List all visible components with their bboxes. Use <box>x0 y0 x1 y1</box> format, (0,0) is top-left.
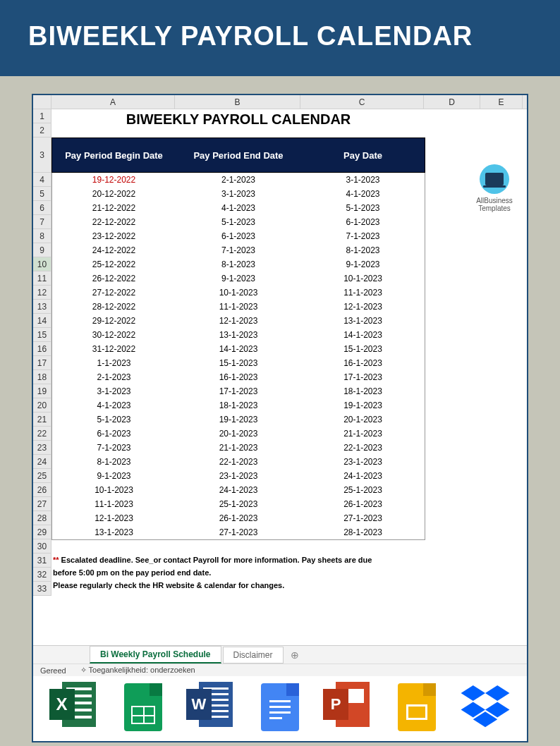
add-sheet-button[interactable]: ⊕ <box>291 649 299 661</box>
cell-end[interactable]: 24-1-2023 <box>176 483 301 497</box>
cell-pay[interactable]: 19-1-2023 <box>301 398 425 412</box>
cell-pay[interactable]: 25-1-2023 <box>301 483 425 497</box>
cell-pay[interactable]: 13-1-2023 <box>301 314 425 328</box>
cell-pay[interactable]: 3-1-2023 <box>301 173 425 187</box>
cell-pay[interactable]: 22-1-2023 <box>301 441 425 455</box>
row-header[interactable]: 9 <box>33 243 51 257</box>
table-row[interactable]: 26-12-20229-1-202310-1-2023 <box>52 271 425 286</box>
cell-end[interactable]: 25-1-2023 <box>176 497 301 511</box>
table-row[interactable]: 28-12-202211-1-202312-1-2023 <box>52 300 425 314</box>
row-header[interactable]: 2 <box>33 123 51 137</box>
google-slides-icon[interactable] <box>391 682 442 733</box>
row-header[interactable]: 12 <box>33 286 51 300</box>
row-header[interactable]: 32 <box>33 568 51 582</box>
row-header[interactable]: 15 <box>33 328 51 342</box>
row-header[interactable]: 4 <box>33 173 51 187</box>
cell-end[interactable]: 2-1-2023 <box>176 173 301 187</box>
table-row[interactable]: 2-1-202316-1-202317-1-2023 <box>52 370 425 384</box>
cell-pay[interactable]: 9-1-2023 <box>301 257 425 271</box>
row-header[interactable]: 8 <box>33 229 51 243</box>
cell-pay[interactable]: 23-1-2023 <box>301 455 425 469</box>
column-header-b[interactable]: B <box>175 95 300 109</box>
row-header[interactable]: 24 <box>33 455 51 469</box>
row-header[interactable]: 18 <box>33 370 51 384</box>
row-header[interactable]: 5 <box>33 187 51 201</box>
cell-begin[interactable]: 25-12-2022 <box>52 257 176 271</box>
cell-end[interactable]: 15-1-2023 <box>176 356 301 370</box>
row-header[interactable]: 17 <box>33 356 51 370</box>
cell-begin[interactable]: 20-12-2022 <box>52 187 176 201</box>
cell-pay[interactable]: 18-1-2023 <box>301 384 425 398</box>
cell-end[interactable]: 27-1-2023 <box>176 525 301 539</box>
row-header[interactable]: 28 <box>33 511 51 525</box>
row-header[interactable]: 1 <box>33 109 51 123</box>
tab-disclaimer[interactable]: Disclaimer <box>223 647 284 664</box>
word-icon[interactable]: W <box>186 682 237 733</box>
row-header[interactable]: 16 <box>33 342 51 356</box>
cell-begin[interactable]: 1-1-2023 <box>52 356 176 370</box>
google-sheets-icon[interactable] <box>118 682 169 733</box>
cell-begin[interactable]: 22-12-2022 <box>52 215 176 229</box>
powerpoint-icon[interactable]: P <box>323 682 374 733</box>
cell-begin[interactable]: 28-12-2022 <box>52 300 176 314</box>
row-header[interactable]: 30 <box>33 539 51 554</box>
cell-begin[interactable]: 4-1-2023 <box>52 398 176 412</box>
cell-begin[interactable]: 21-12-2022 <box>52 201 176 215</box>
table-row[interactable]: 1-1-202315-1-202316-1-2023 <box>52 356 425 370</box>
row-header[interactable]: 6 <box>33 201 51 215</box>
row-header[interactable]: 3 <box>33 137 51 173</box>
cell-begin[interactable]: 23-12-2022 <box>52 229 176 243</box>
cell-begin[interactable]: 10-1-2023 <box>52 483 176 497</box>
row-header[interactable]: 26 <box>33 483 51 497</box>
cell-end[interactable]: 11-1-2023 <box>176 300 301 314</box>
cell-end[interactable]: 9-1-2023 <box>176 271 301 286</box>
cell-end[interactable]: 3-1-2023 <box>176 187 301 201</box>
column-header-e[interactable]: E <box>480 95 523 109</box>
row-header[interactable]: 21 <box>33 412 51 427</box>
cell-end[interactable]: 5-1-2023 <box>176 215 301 229</box>
cell-end[interactable]: 13-1-2023 <box>176 328 301 342</box>
table-row[interactable]: 6-1-202320-1-202321-1-2023 <box>52 427 425 441</box>
cell-begin[interactable]: 26-12-2022 <box>52 271 176 286</box>
table-row[interactable]: 21-12-20224-1-20235-1-2023 <box>52 201 425 215</box>
table-row[interactable]: 20-12-20223-1-20234-1-2023 <box>52 187 425 201</box>
excel-icon[interactable]: X <box>49 682 100 733</box>
cell-begin[interactable]: 12-1-2023 <box>52 511 176 525</box>
cell-begin[interactable]: 11-1-2023 <box>52 497 176 511</box>
cell-end[interactable]: 26-1-2023 <box>176 511 301 525</box>
dropbox-icon[interactable] <box>460 682 511 733</box>
cell-pay[interactable]: 14-1-2023 <box>301 328 425 342</box>
cell-end[interactable]: 8-1-2023 <box>176 257 301 271</box>
cell-begin[interactable]: 31-12-2022 <box>52 342 176 356</box>
cell-end[interactable]: 10-1-2023 <box>176 286 301 300</box>
cell-begin[interactable]: 24-12-2022 <box>52 243 176 257</box>
cell-begin[interactable]: 29-12-2022 <box>52 314 176 328</box>
cell-begin[interactable]: 8-1-2023 <box>52 455 176 469</box>
cell-pay[interactable]: 11-1-2023 <box>301 286 425 300</box>
cell-begin[interactable]: 27-12-2022 <box>52 286 176 300</box>
table-row[interactable]: 11-1-202325-1-202326-1-2023 <box>52 497 425 511</box>
table-row[interactable]: 23-12-20226-1-20237-1-2023 <box>52 229 425 243</box>
cell-end[interactable]: 18-1-2023 <box>176 398 301 412</box>
cell-pay[interactable]: 28-1-2023 <box>301 525 425 539</box>
google-docs-icon[interactable] <box>255 682 305 733</box>
cell-end[interactable]: 16-1-2023 <box>176 370 301 384</box>
table-row[interactable]: 10-1-202324-1-202325-1-2023 <box>52 483 425 497</box>
table-row[interactable]: 8-1-202322-1-202323-1-2023 <box>52 455 425 469</box>
column-header-c[interactable]: C <box>300 95 424 109</box>
cell-pay[interactable]: 17-1-2023 <box>301 370 425 384</box>
table-row[interactable]: 12-1-202326-1-202327-1-2023 <box>52 511 425 525</box>
cell-pay[interactable]: 15-1-2023 <box>301 342 425 356</box>
table-row[interactable]: 24-12-20227-1-20238-1-2023 <box>52 243 425 257</box>
row-header[interactable]: 23 <box>33 441 51 455</box>
row-header[interactable]: 27 <box>33 497 51 511</box>
row-header[interactable]: 11 <box>33 271 51 286</box>
table-row[interactable]: 27-12-202210-1-202311-1-2023 <box>52 286 425 300</box>
table-row[interactable]: 25-12-20228-1-20239-1-2023 <box>52 257 425 271</box>
cell-pay[interactable]: 6-1-2023 <box>301 215 425 229</box>
cell-end[interactable]: 6-1-2023 <box>176 229 301 243</box>
column-header-a[interactable]: A <box>51 95 175 109</box>
cell-end[interactable]: 7-1-2023 <box>176 243 301 257</box>
row-header[interactable]: 25 <box>33 469 51 483</box>
row-header[interactable]: 13 <box>33 300 51 314</box>
